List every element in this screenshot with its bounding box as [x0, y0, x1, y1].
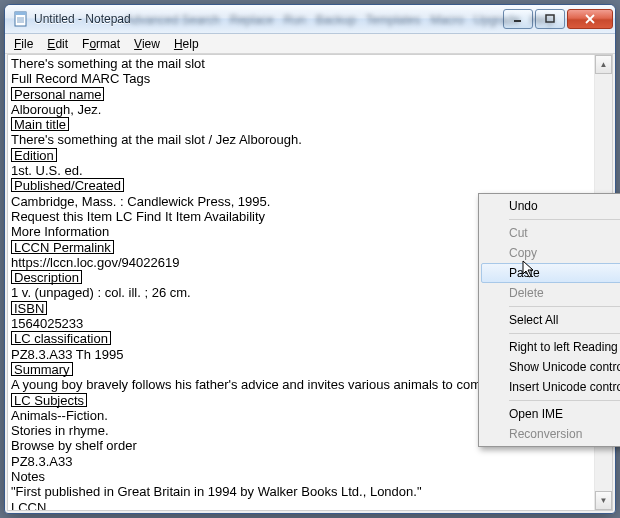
text-line: Alborough, Jez. [11, 102, 592, 117]
scroll-down-button[interactable]: ▼ [595, 491, 612, 510]
ctx-delete: Delete [481, 283, 620, 303]
ctx-show-unicode[interactable]: Show Unicode control characters [481, 357, 620, 377]
text-line: PZ8.3.A33 [11, 454, 592, 469]
ctx-paste[interactable]: Paste [481, 263, 620, 283]
text-line: Edition [11, 148, 592, 163]
text-line: There's something at the mail slot / Jez… [11, 132, 592, 147]
ctx-separator [509, 219, 620, 220]
context-menu: Undo Cut Copy Paste Delete Select All Ri… [478, 193, 620, 447]
svg-rect-1 [15, 12, 26, 15]
ctx-separator [509, 333, 620, 334]
ctx-separator [509, 306, 620, 307]
ctx-rtl-order[interactable]: Right to left Reading order [481, 337, 620, 357]
notepad-icon [13, 11, 29, 27]
close-button[interactable] [567, 9, 613, 29]
text-line: Full Record MARC Tags [11, 71, 592, 86]
menu-help[interactable]: Help [167, 36, 206, 52]
text-line: Personal name [11, 87, 592, 102]
ctx-select-all[interactable]: Select All [481, 310, 620, 330]
text-line: "First published in Great Britain in 199… [11, 484, 592, 499]
text-line: There's something at the mail slot [11, 56, 592, 71]
titlebar[interactable]: Untitled - Notepad Advanced SearchReplac… [5, 5, 615, 34]
ctx-open-ime[interactable]: Open IME [481, 404, 620, 424]
text-line: Notes [11, 469, 592, 484]
text-line: Published/Created [11, 178, 592, 193]
ctx-insert-unicode[interactable]: Insert Unicode control character [481, 377, 620, 397]
background-blur-tabs: Advanced SearchReplaceRunBackupTemplates… [125, 13, 465, 29]
ctx-copy: Copy [481, 243, 620, 263]
menu-file[interactable]: File [7, 36, 40, 52]
text-line: LCCN [11, 500, 592, 510]
ctx-cut: Cut [481, 223, 620, 243]
text-line: Main title [11, 117, 592, 132]
ctx-undo[interactable]: Undo [481, 196, 620, 216]
menu-edit[interactable]: Edit [40, 36, 75, 52]
menubar: File Edit Format View Help [5, 34, 615, 54]
text-line: 1st. U.S. ed. [11, 163, 592, 178]
menu-format[interactable]: Format [75, 36, 127, 52]
ctx-separator [509, 400, 620, 401]
ctx-reconversion: Reconversion [481, 424, 620, 444]
scroll-up-button[interactable]: ▲ [595, 55, 612, 74]
menu-view[interactable]: View [127, 36, 167, 52]
